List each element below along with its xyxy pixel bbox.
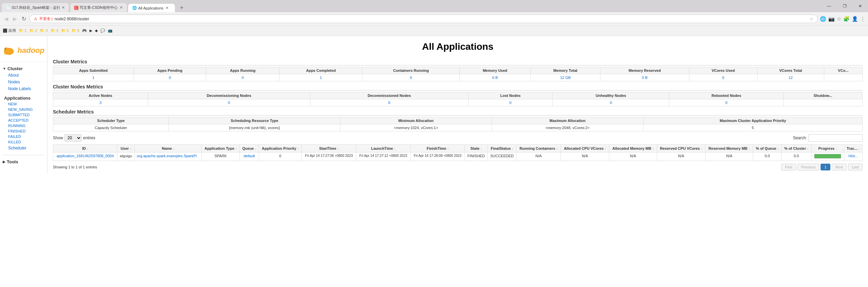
- th-pct-cluster[interactable]: % of Cluster ↕: [782, 145, 811, 152]
- th-priority[interactable]: Application Priority ↕: [259, 145, 302, 152]
- sidebar-state-accepted[interactable]: ACCEPTED: [8, 118, 39, 123]
- th-running-containers[interactable]: Running Containers ↕: [516, 145, 560, 152]
- tab-1-close[interactable]: ✕: [62, 5, 65, 10]
- sidebar-state-killed[interactable]: KILLED: [8, 139, 39, 145]
- sidebar-about-link[interactable]: About: [3, 72, 44, 79]
- tab-3[interactable]: 🌐 All Applications ✕: [128, 3, 175, 12]
- bookmark-3[interactable]: 📁 3: [40, 28, 47, 33]
- entries-select[interactable]: 20 50 100: [64, 134, 82, 142]
- page-1-button[interactable]: 1: [821, 164, 830, 170]
- last-page-button[interactable]: Last: [848, 164, 863, 170]
- bookmark-5[interactable]: 📁 5: [61, 28, 69, 33]
- address-bar[interactable]: ⚠ 不安全 | node2:8088/cluster ☆: [29, 15, 818, 23]
- star-icon[interactable]: ☆: [810, 17, 813, 21]
- sidebar-state-submitted[interactable]: SUBMITTED: [8, 112, 39, 118]
- tab-3-title: All Applications: [138, 6, 163, 10]
- decommissioning-link[interactable]: 0: [228, 101, 230, 105]
- previous-page-button[interactable]: Previous: [797, 164, 820, 170]
- th-name[interactable]: Name ↕: [135, 145, 202, 152]
- cluster-arrow-icon: ▼: [3, 67, 6, 70]
- extension-icon[interactable]: 🧩: [843, 16, 850, 22]
- th-tracking[interactable]: Trac... ↕: [844, 145, 862, 152]
- extra-bookmark-2[interactable]: 💬: [100, 28, 105, 33]
- bookmark-icon[interactable]: ☆: [837, 16, 841, 22]
- screenshot-icon[interactable]: 📷: [828, 16, 835, 22]
- minimize-button[interactable]: —: [821, 0, 837, 12]
- th-allocated-memory[interactable]: Allocated Memory MB ↕: [609, 145, 657, 152]
- th-queue[interactable]: Queue ↕: [240, 145, 259, 152]
- cell-user: atguigu: [117, 152, 135, 161]
- sidebar-state-finished[interactable]: FINISHED: [8, 128, 39, 134]
- new-tab-button[interactable]: +: [177, 4, 186, 12]
- youtube-bookmark[interactable]: ▶: [90, 28, 92, 33]
- tab-1[interactable]: 📄 017.尚硅谷_Spark框架 - 运行环境 ✕: [1, 3, 69, 12]
- decommissioned-link[interactable]: 0: [388, 101, 390, 105]
- unhealthy-nodes-link[interactable]: 0: [610, 101, 612, 105]
- th-progress[interactable]: Progress ↕: [811, 145, 844, 152]
- apps-running-link[interactable]: 0: [242, 76, 244, 80]
- app-name-link[interactable]: org.apache.spark.examples.SparkPi: [137, 154, 197, 158]
- th-user[interactable]: User ↕: [117, 145, 135, 152]
- val-min-allocation: <memory:1024, vCores:1>: [340, 124, 492, 131]
- th-id[interactable]: ID ↕: [53, 145, 117, 152]
- reload-button[interactable]: ↻: [20, 14, 27, 23]
- app-id-link[interactable]: application_1681462597808_0004: [57, 154, 114, 158]
- bookmark-4[interactable]: 📁 4: [51, 28, 58, 33]
- lost-nodes-link[interactable]: 0: [509, 101, 511, 105]
- tab-2[interactable]: C 写文章-CSDN创作中心 ✕: [70, 3, 127, 12]
- sidebar-tools-header[interactable]: ▶ Tools: [3, 159, 44, 165]
- col-min-allocation: Minimum Allocation: [340, 117, 492, 124]
- th-allocated-cpu[interactable]: Allocated CPU VCores ↕: [561, 145, 609, 152]
- th-pct-queue[interactable]: % of Queue ↕: [753, 145, 782, 152]
- sidebar-state-failed[interactable]: FAILED: [8, 134, 39, 139]
- browser-window: 📄 017.尚硅谷_Spark框架 - 运行环境 ✕ C 写文章-CSDN创作中…: [0, 0, 868, 36]
- profile-icon[interactable]: 👤: [852, 16, 858, 22]
- sidebar-node-labels-link[interactable]: Node Labels: [3, 85, 44, 92]
- th-state[interactable]: State ↕: [465, 145, 488, 152]
- tracking-link[interactable]: Hist...: [848, 154, 858, 158]
- apps-submitted-link[interactable]: 1: [92, 76, 94, 80]
- col-vco-extra: VCo...: [824, 67, 862, 74]
- bookmark-2[interactable]: 📁 2: [29, 28, 37, 33]
- sidebar-state-new-saving[interactable]: NEW_SAVING: [8, 107, 39, 112]
- close-button[interactable]: ✕: [852, 0, 868, 12]
- th-reserved-cpu[interactable]: Reserved CPU VCores ↕: [657, 145, 705, 152]
- bookmarks-bar: ⬛ 应用 📁 1 📁 2 📁 3 📁 4 📁 5 📁 6 🎮 ▶ ◆ 💬 📺: [0, 26, 868, 36]
- first-page-button[interactable]: First: [781, 164, 796, 170]
- translate-icon[interactable]: 🌐: [820, 16, 826, 22]
- apps-bookmark[interactable]: ⬛ 应用: [3, 28, 16, 33]
- th-start-time[interactable]: StartTime ↕: [302, 145, 356, 152]
- apps-completed-link[interactable]: 1: [320, 76, 322, 80]
- bookmark-6[interactable]: 📁 6: [72, 28, 79, 33]
- sidebar-scheduler-link[interactable]: Scheduler: [3, 145, 44, 151]
- tab-3-close[interactable]: ✕: [165, 6, 169, 10]
- sidebar-cluster-header[interactable]: ▼ Cluster: [3, 65, 44, 72]
- tab-2-close[interactable]: ✕: [120, 5, 123, 10]
- sidebar-state-running[interactable]: RUNNING: [8, 123, 39, 128]
- menu-icon[interactable]: ⋮: [860, 16, 865, 22]
- rebooted-nodes-link[interactable]: 0: [725, 101, 727, 105]
- sidebar-applications-header[interactable]: Applications: [3, 95, 44, 101]
- apps-pending-link[interactable]: 0: [169, 76, 171, 80]
- queue-link[interactable]: default: [244, 154, 255, 158]
- search-input[interactable]: [808, 134, 863, 142]
- th-reserved-memory[interactable]: Reserved Memory MB ↕: [705, 145, 753, 152]
- next-page-button[interactable]: Next: [832, 164, 847, 170]
- sidebar-nodes-link[interactable]: Nodes: [3, 79, 44, 85]
- security-warning-icon: ⚠: [34, 17, 37, 21]
- restore-button[interactable]: ❐: [837, 0, 852, 12]
- th-finish-time[interactable]: FinishTime ↕: [410, 145, 465, 152]
- sort-launch-icon: ↕: [394, 147, 395, 150]
- back-button[interactable]: ◀: [3, 14, 9, 23]
- th-app-type[interactable]: Application Type ↕: [202, 145, 240, 152]
- steam-bookmark[interactable]: 🎮: [82, 28, 87, 33]
- forward-button[interactable]: ▶: [12, 14, 18, 23]
- bookmark-1[interactable]: 📁 1: [19, 28, 26, 33]
- th-final-status[interactable]: FinalStatus ↕: [488, 145, 516, 152]
- th-launch-time[interactable]: LaunchTime ↕: [356, 145, 410, 152]
- extra-bookmark-3[interactable]: 📺: [108, 28, 113, 33]
- extra-bookmark-1[interactable]: ◆: [95, 28, 98, 33]
- sidebar-state-new[interactable]: NEW: [8, 101, 39, 107]
- val-vcores-total: 12: [757, 74, 824, 81]
- active-nodes-link[interactable]: 3: [99, 101, 101, 105]
